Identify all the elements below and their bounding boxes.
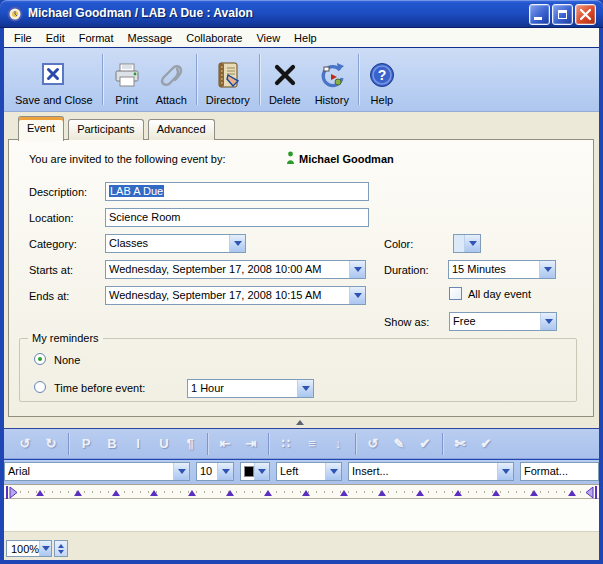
color-select[interactable]: [453, 234, 481, 253]
delete-x-icon: [272, 58, 298, 92]
print-button[interactable]: Print: [105, 50, 149, 109]
minimize-button[interactable]: [529, 4, 550, 25]
menu-format[interactable]: Format: [72, 30, 121, 46]
chevron-down-icon: [39, 541, 51, 556]
outdent-icon: ⇤: [213, 434, 237, 454]
window-controls: [529, 4, 596, 25]
toolbar-button-label: Delete: [269, 94, 301, 106]
ends-at-label: Ends at:: [29, 290, 69, 302]
my-reminders-group: My reminders None Time before event: 1 H…: [19, 338, 577, 402]
duration-select[interactable]: 15 Minutes: [448, 260, 556, 279]
show-as-select[interactable]: Free: [449, 312, 557, 331]
format-select[interactable]: Format...: [520, 462, 599, 481]
zoom-control[interactable]: 100%: [6, 540, 52, 557]
toolbar-separator: [259, 54, 260, 105]
all-day-label: All day event: [468, 288, 531, 300]
location-label: Location:: [29, 212, 74, 224]
font-color-select[interactable]: [240, 462, 270, 481]
selected-text: LAB A Due: [109, 185, 164, 197]
alignment-select[interactable]: Left: [276, 462, 342, 481]
address-book-icon: [213, 58, 243, 92]
invited-by-label: You are invited to the following event b…: [29, 153, 226, 165]
attach-button[interactable]: Attach: [149, 50, 194, 109]
tab-stop-marker[interactable]: [378, 490, 386, 496]
starts-at-select[interactable]: Wednesday, September 17, 2008 10:00 AM: [105, 260, 366, 279]
my-reminders-legend: My reminders: [28, 332, 103, 344]
tab-stop-marker[interactable]: [416, 490, 424, 496]
window-title: Michael Goodman / LAB A Due : Avalon: [28, 6, 253, 20]
person-icon: [286, 151, 295, 167]
tab-participants[interactable]: Participants: [68, 119, 143, 140]
reminder-none-label: None: [54, 354, 80, 366]
menu-edit[interactable]: Edit: [39, 30, 72, 46]
maximize-button[interactable]: [552, 4, 573, 25]
menu-help[interactable]: Help: [287, 30, 324, 46]
delete-button[interactable]: Delete: [262, 50, 308, 109]
save-and-close-icon: [40, 58, 68, 92]
location-input[interactable]: Science Room: [105, 208, 369, 227]
tab-advanced[interactable]: Advanced: [148, 119, 215, 140]
chevron-down-icon: [254, 463, 269, 480]
titlebar: Michael Goodman / LAB A Due : Avalon: [0, 0, 603, 28]
reminder-time-select[interactable]: 1 Hour: [187, 379, 314, 398]
status-bar: 100%: [4, 531, 599, 560]
reminder-none-radio[interactable]: [34, 353, 46, 365]
chevron-down-icon: [349, 261, 365, 278]
menu-collaborate[interactable]: Collaborate: [179, 30, 249, 46]
ruler[interactable]: [4, 484, 599, 499]
print-icon: [112, 58, 142, 92]
directory-button[interactable]: Directory: [199, 50, 257, 109]
help-button[interactable]: ? Help: [361, 50, 403, 109]
ends-at-select[interactable]: Wednesday, September 17, 2008 10:15 AM: [105, 286, 366, 305]
insert-select[interactable]: Insert...: [348, 462, 514, 481]
indent-icon: ⇥: [239, 434, 263, 454]
event-form-panel: You are invited to the following event b…: [8, 139, 594, 417]
tab-stop-marker[interactable]: [530, 490, 538, 496]
tab-stop-marker[interactable]: [454, 490, 462, 496]
menu-message[interactable]: Message: [121, 30, 180, 46]
menu-file[interactable]: File: [7, 30, 39, 46]
toolbar-button-label: Help: [371, 94, 394, 106]
tab-stop-marker[interactable]: [340, 490, 348, 496]
toolbar-button-label: History: [315, 94, 349, 106]
save-and-close-button[interactable]: Save and Close: [8, 50, 100, 109]
tab-stop-marker[interactable]: [568, 490, 576, 496]
tab-stop-marker[interactable]: [74, 490, 82, 496]
close-button[interactable]: [575, 4, 596, 25]
duration-label: Duration:: [384, 264, 429, 276]
zoom-value: 100%: [7, 541, 39, 556]
help-icon: ?: [368, 58, 396, 92]
tab-event[interactable]: Event: [18, 116, 64, 141]
zoom-spinner[interactable]: [54, 540, 68, 557]
splitter-handle[interactable]: [296, 420, 304, 425]
tab-stop-marker[interactable]: [264, 490, 272, 496]
category-select[interactable]: Classes: [105, 234, 246, 253]
description-input[interactable]: LAB A Due: [105, 182, 369, 201]
svg-text:?: ?: [378, 67, 387, 83]
font-select[interactable]: Arial: [4, 462, 190, 481]
main-toolbar: Save and Close Print Attach: [4, 48, 599, 112]
toolbar-button-label: Directory: [206, 94, 250, 106]
tab-stop-marker[interactable]: [150, 490, 158, 496]
tab-stop-marker[interactable]: [492, 490, 500, 496]
history-button[interactable]: History: [308, 50, 356, 109]
all-day-checkbox[interactable]: [449, 287, 462, 300]
toolbar-button-label: Save and Close: [15, 94, 93, 106]
tab-stop-marker[interactable]: [36, 490, 44, 496]
menu-bar: File Edit Format Message Collaborate Vie…: [4, 28, 599, 48]
message-body-editor[interactable]: [4, 499, 599, 531]
toolbar-separator: [358, 54, 359, 105]
pen-icon: ✎: [387, 434, 411, 454]
reminder-time-radio[interactable]: [34, 381, 46, 393]
tab-stop-marker[interactable]: [188, 490, 196, 496]
description-label: Description:: [29, 186, 87, 198]
toolbar-separator: [102, 54, 103, 105]
menu-view[interactable]: View: [249, 30, 287, 46]
tab-stop-marker[interactable]: [226, 490, 234, 496]
tab-stop-marker[interactable]: [302, 490, 310, 496]
toolbar-separator: [207, 433, 208, 455]
toolbar-separator: [68, 433, 69, 455]
tab-stop-marker[interactable]: [112, 490, 120, 496]
font-size-select[interactable]: 10: [196, 462, 234, 481]
chevron-down-icon: [325, 463, 341, 480]
